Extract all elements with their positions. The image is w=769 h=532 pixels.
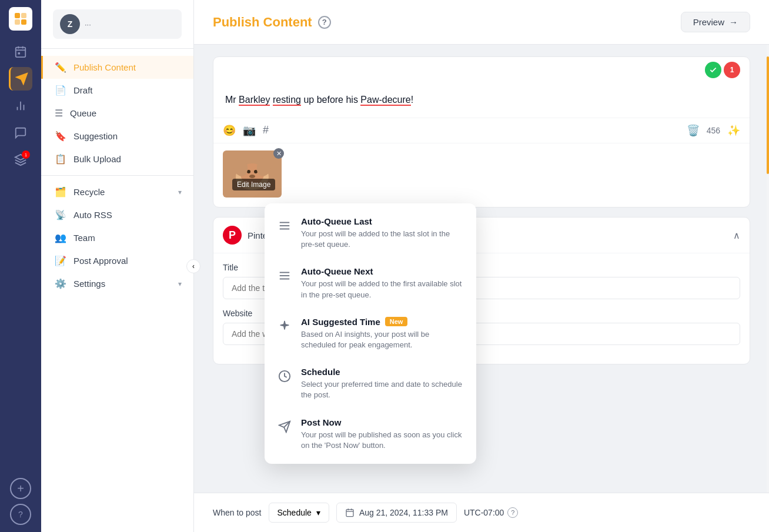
nav-calendar-icon[interactable]: [9, 40, 32, 63]
ai-suggested-desc: Based on AI insights, your post will be …: [301, 329, 464, 350]
suggestion-icon: 🔖: [55, 131, 66, 142]
bulk-badge: 1: [22, 150, 30, 159]
nav-bulk-icon[interactable]: 1: [9, 148, 32, 172]
svg-rect-2: [15, 19, 20, 25]
status-count-badge: 1: [724, 62, 740, 78]
add-button[interactable]: +: [10, 478, 31, 499]
post-now-desc: Your post will be published as soon as y…: [301, 430, 464, 451]
nav-messages-icon[interactable]: [9, 121, 32, 145]
sidebar-item-post-approval[interactable]: 📝 Post Approval: [41, 249, 193, 272]
sidebar-item-label: Auto RSS: [73, 210, 112, 220]
main-content: Publish Content ? Preview → 1 Mr Barkley…: [194, 0, 769, 532]
page-title: Publish Content: [213, 15, 312, 30]
schedule-select-label: Schedule: [277, 508, 312, 517]
when-to-post-label: When to post: [213, 508, 262, 517]
auto-queue-last-icon: [276, 218, 293, 234]
sidebar-divider: [41, 175, 193, 176]
auto-queue-last-option[interactable]: Auto-Queue Last Your post will be added …: [265, 208, 476, 258]
post-approval-icon: 📝: [55, 255, 66, 266]
schedule-title: Schedule: [301, 367, 464, 377]
post-toolbar: 😊 📷 # 🗑️ 456 ✨: [213, 118, 750, 143]
toolbar-left: 😊 📷 #: [223, 124, 269, 137]
sidebar-item-publish-content[interactable]: ✏️ Publish Content: [41, 56, 193, 79]
post-now-option[interactable]: Post Now Your post will be published as …: [265, 409, 476, 459]
sidebar-item-label: Recycle: [73, 187, 105, 197]
schedule-option[interactable]: Schedule Select your preferred time and …: [265, 359, 476, 409]
timezone-help-icon[interactable]: ?: [507, 507, 518, 518]
sidebar-item-queue[interactable]: ☰ Queue: [41, 102, 193, 125]
sidebar-item-recycle[interactable]: 🗂️ Recycle ▾: [41, 180, 193, 203]
user-avatar: Z: [60, 14, 80, 34]
auto-queue-next-title: Auto-Queue Next: [301, 266, 464, 276]
post-now-content: Post Now Your post will be published as …: [301, 417, 464, 451]
schedule-select[interactable]: Schedule ▾: [269, 503, 329, 523]
auto-rss-icon: 📡: [55, 209, 66, 220]
nav-analytics-icon[interactable]: [9, 94, 32, 118]
delete-icon[interactable]: 🗑️: [687, 124, 700, 137]
timezone-value: UTC-07:00: [464, 508, 504, 517]
sidebar-item-team[interactable]: 👥 Team: [41, 226, 193, 249]
schedule-chevron-icon: ▾: [316, 508, 320, 517]
bulk-upload-icon: 📋: [55, 153, 66, 165]
help-icon[interactable]: ?: [318, 16, 331, 29]
sidebar-item-bulk-upload[interactable]: 📋 Bulk Upload: [41, 148, 193, 170]
hashtag-icon[interactable]: #: [263, 124, 269, 137]
calendar-icon: [345, 508, 355, 517]
edit-image-label[interactable]: Edit Image: [232, 179, 275, 190]
auto-queue-next-icon: [276, 267, 293, 284]
new-badge: New: [385, 317, 408, 326]
ai-suggested-time-option[interactable]: AI Suggested Time New Based on AI insigh…: [265, 309, 476, 359]
collapse-sidebar-button[interactable]: ‹: [186, 259, 200, 273]
scroll-thumb[interactable]: [767, 56, 769, 174]
pinterest-letter: P: [229, 229, 236, 242]
char-count: 456: [707, 126, 720, 135]
sidebar-item-label: Post Approval: [73, 256, 128, 266]
preview-button[interactable]: Preview →: [681, 12, 750, 32]
magic-icon[interactable]: ✨: [727, 124, 740, 137]
schedule-content: Schedule Select your preferred time and …: [301, 367, 464, 400]
pinterest-collapse-icon[interactable]: ∧: [733, 230, 740, 241]
remove-image-button[interactable]: ✕: [273, 148, 284, 159]
sidebar-item-draft[interactable]: 📄 Draft: [41, 79, 193, 102]
main-header: Publish Content ? Preview →: [194, 0, 769, 45]
sidebar-navigation: ✏️ Publish Content 📄 Draft ☰ Queue 🔖 Sug…: [41, 49, 193, 532]
workspace-selector[interactable]: Z ···: [53, 9, 182, 39]
auto-queue-last-content: Auto-Queue Last Your post will be added …: [301, 216, 464, 250]
sidebar-item-label: Team: [73, 233, 95, 243]
publish-content-icon: ✏️: [55, 62, 66, 73]
ai-suggested-icon: [276, 318, 293, 334]
image-upload-icon[interactable]: 📷: [243, 124, 256, 137]
auto-queue-next-content: Auto-Queue Next Your post will be added …: [301, 266, 464, 300]
workspace-name: ···: [85, 20, 175, 29]
sidebar-item-settings[interactable]: ⚙️ Settings ▾: [41, 272, 193, 295]
help-button[interactable]: ?: [10, 504, 31, 525]
page-title-container: Publish Content ?: [213, 15, 331, 30]
date-value: Aug 21, 2024, 11:33 PM: [359, 508, 448, 517]
svg-point-20: [249, 175, 255, 178]
emoji-icon[interactable]: 😊: [223, 124, 236, 137]
sidebar-item-auto-rss[interactable]: 📡 Auto RSS: [41, 203, 193, 226]
date-picker[interactable]: Aug 21, 2024, 11:33 PM: [336, 503, 457, 523]
svg-rect-1: [21, 13, 26, 18]
queue-icon: ☰: [55, 108, 63, 119]
team-icon: 👥: [55, 232, 66, 243]
post-editor: 1 Mr Barkley resting up before his Paw-d…: [213, 56, 750, 208]
status-green-dot: [705, 62, 721, 78]
auto-queue-last-desc: Your post will be added to the last slot…: [301, 229, 464, 250]
sidebar-item-label: Publish Content: [73, 62, 136, 72]
nav-publish-icon[interactable]: [9, 67, 32, 91]
svg-rect-3: [21, 19, 26, 25]
typo-barkley: Barkley: [239, 95, 270, 106]
recycle-arrow-icon: ▾: [178, 188, 182, 196]
toolbar-right: 🗑️ 456 ✨: [687, 124, 740, 137]
auto-queue-next-option[interactable]: Auto-Queue Next Your post will be added …: [265, 258, 476, 308]
sidebar-item-suggestion[interactable]: 🔖 Suggestion: [41, 125, 193, 148]
sidebar-item-label: Bulk Upload: [73, 154, 121, 164]
sidebar-header: Z ···: [41, 0, 193, 49]
preview-arrow-icon: →: [729, 17, 738, 27]
navigation-bar: 1 + ?: [0, 0, 41, 532]
post-text-content[interactable]: Mr Barkley resting up before his Paw-dec…: [213, 83, 750, 118]
auto-queue-last-title: Auto-Queue Last: [301, 216, 464, 226]
timezone-display: UTC-07:00 ?: [464, 507, 518, 518]
schedule-icon: [276, 368, 293, 384]
